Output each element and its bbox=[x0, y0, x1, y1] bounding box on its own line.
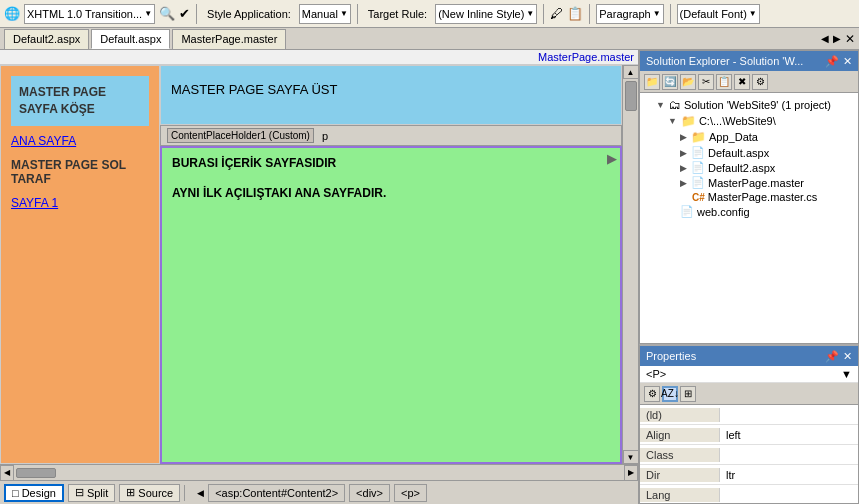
tab-default-label: Default.aspx bbox=[100, 33, 161, 45]
props-close-icon[interactable]: ✕ bbox=[843, 350, 852, 363]
default-expand-icon: ▶ bbox=[680, 148, 687, 158]
target-rule-value: (New Inline Style) bbox=[438, 8, 524, 20]
se-tool-4[interactable]: ✂ bbox=[698, 74, 714, 90]
style-app-chevron: ▼ bbox=[340, 9, 348, 18]
toolbar-icon-2: ✔ bbox=[179, 6, 190, 21]
scroll-left-arrow[interactable]: ◀ bbox=[0, 465, 14, 481]
masterpage-expand-icon: ▶ bbox=[680, 178, 687, 188]
tag-p[interactable]: <p> bbox=[394, 484, 427, 502]
se-item-default[interactable]: ▶ 📄 Default.aspx bbox=[640, 145, 858, 160]
props-tool-3[interactable]: ⊞ bbox=[680, 386, 696, 402]
props-key-lang: Lang bbox=[640, 488, 720, 502]
toolbar-icon-1: 🔍 bbox=[159, 6, 175, 21]
solution-label: Solution 'WebSite9' (1 project) bbox=[684, 99, 831, 111]
se-item-default2[interactable]: ▶ 📄 Default2.aspx bbox=[640, 160, 858, 175]
se-item-appdata[interactable]: ▶ 📁 App_Data bbox=[640, 129, 858, 145]
style-application-dropdown[interactable]: Manual ▼ bbox=[299, 4, 351, 24]
tab-close-icon[interactable]: ✕ bbox=[845, 32, 855, 46]
target-rule-chevron: ▼ bbox=[526, 9, 534, 18]
props-val-dir[interactable]: ltr bbox=[720, 468, 858, 482]
se-item-website[interactable]: ▼ 📁 C:\...\WebSite9\ bbox=[640, 113, 858, 129]
toolbar-sep-1 bbox=[196, 4, 197, 24]
style-application-value: Manual bbox=[302, 8, 338, 20]
tab-scroll-left-icon[interactable]: ◀ bbox=[821, 33, 829, 44]
se-item-masterpage[interactable]: ▶ 📄 MasterPage.master bbox=[640, 175, 858, 190]
se-item-masterpage-cs[interactable]: C# MasterPage.master.cs bbox=[640, 190, 858, 204]
tab-default2-label: Default2.aspx bbox=[13, 33, 80, 45]
design-label: Design bbox=[22, 487, 56, 499]
props-val-class[interactable] bbox=[720, 454, 858, 456]
toolbar-sep-3 bbox=[543, 4, 544, 24]
tag-scroll-left[interactable]: ◀ bbox=[197, 488, 204, 498]
left-panel-content: ANA SAYFA MASTER PAGE SOL TARAF SAYFA 1 bbox=[11, 126, 149, 453]
props-val-lang[interactable] bbox=[720, 494, 858, 496]
props-element-label: <P> bbox=[646, 368, 666, 380]
top-toolbar: 🌐 XHTML 1.0 Transition... ▼ 🔍 ✔ Style Ap… bbox=[0, 0, 859, 28]
tab-masterpage[interactable]: MasterPage.master bbox=[172, 29, 286, 49]
se-header: Solution Explorer - Solution 'W... 📌 ✕ bbox=[640, 51, 858, 71]
split-button[interactable]: ⊟ Split bbox=[68, 484, 115, 502]
placeholder-p: p bbox=[322, 130, 328, 142]
tag-div[interactable]: <div> bbox=[349, 484, 390, 502]
se-item-solution[interactable]: ▼ 🗂 Solution 'WebSite9' (1 project) bbox=[640, 97, 858, 113]
tag-asp-content[interactable]: <asp:Content#Content2> bbox=[208, 484, 345, 502]
horiz-scrollbar[interactable]: ◀ ▶ bbox=[0, 464, 638, 480]
scroll-up-arrow[interactable]: ▲ bbox=[623, 65, 639, 79]
props-key-dir: Dir bbox=[640, 468, 720, 482]
placeholder-label: ContentPlaceHolder1 (Custom) bbox=[167, 128, 314, 143]
toolbar-icon-3: 🖊 bbox=[550, 6, 563, 21]
props-val-align[interactable]: left bbox=[720, 428, 858, 442]
scroll-right-arrow[interactable]: ▶ bbox=[624, 465, 638, 481]
props-tool-1[interactable]: ⚙ bbox=[644, 386, 660, 402]
masterpage-ref[interactable]: MasterPage.master bbox=[0, 50, 638, 65]
default2-label: Default2.aspx bbox=[708, 162, 775, 174]
schema-label: XHTML 1.0 Transition... bbox=[27, 8, 142, 20]
props-pin-icon[interactable]: 📌 bbox=[825, 350, 839, 363]
se-tool-7[interactable]: ⚙ bbox=[752, 74, 768, 90]
design-button[interactable]: □ Design bbox=[4, 484, 64, 502]
default-label: Default.aspx bbox=[708, 147, 769, 159]
se-item-webconfig[interactable]: 📄 web.config bbox=[640, 204, 858, 219]
bottom-tags: ◀ <asp:Content#Content2> <div> <p> bbox=[197, 484, 427, 502]
tab-bar-end: ◀ ▶ ✕ bbox=[821, 32, 859, 46]
tab-scroll-right-icon[interactable]: ▶ bbox=[833, 33, 841, 44]
paragraph-label: Paragraph bbox=[599, 8, 650, 20]
paragraph-chevron: ▼ bbox=[653, 9, 661, 18]
split-icon: ⊟ bbox=[75, 486, 84, 499]
content-area[interactable]: ▶ BURASI İÇERİK SAYFASIDIR AYNI İLK AÇIL… bbox=[160, 146, 622, 464]
se-tool-5[interactable]: 📋 bbox=[716, 74, 732, 90]
solution-expand-icon: ▼ bbox=[656, 100, 665, 110]
webconfig-label: web.config bbox=[697, 206, 750, 218]
scroll-down-arrow[interactable]: ▼ bbox=[623, 450, 639, 464]
props-tool-2[interactable]: AZ↓ bbox=[662, 386, 678, 402]
appdata-expand-icon: ▶ bbox=[680, 132, 687, 142]
props-header: Properties 📌 ✕ bbox=[640, 346, 858, 366]
props-val-id[interactable] bbox=[720, 414, 858, 416]
se-tool-6[interactable]: ✖ bbox=[734, 74, 750, 90]
masterpage-ref-link[interactable]: MasterPage.master bbox=[538, 51, 634, 63]
se-close-icon[interactable]: ✕ bbox=[843, 55, 852, 68]
scroll-thumb[interactable] bbox=[625, 81, 637, 111]
target-rule-dropdown[interactable]: (New Inline Style) ▼ bbox=[435, 4, 537, 24]
horiz-scroll-thumb[interactable] bbox=[16, 468, 56, 478]
tab-default2[interactable]: Default2.aspx bbox=[4, 29, 89, 49]
props-header-actions: 📌 ✕ bbox=[825, 350, 852, 363]
paragraph-dropdown[interactable]: Paragraph ▼ bbox=[596, 4, 663, 24]
left-panel-top-text: MASTER PAGE SAYFA KÖŞE bbox=[19, 85, 106, 116]
source-button[interactable]: ⊞ Source bbox=[119, 484, 180, 502]
content-expand-icon: ▶ bbox=[607, 152, 616, 166]
se-tool-3[interactable]: 📂 bbox=[680, 74, 696, 90]
se-tool-2[interactable]: 🔄 bbox=[662, 74, 678, 90]
se-pin-icon[interactable]: 📌 bbox=[825, 55, 839, 68]
font-dropdown[interactable]: (Default Font) ▼ bbox=[677, 4, 760, 24]
se-tool-1[interactable]: 📁 bbox=[644, 74, 660, 90]
ana-sayfa-link[interactable]: ANA SAYFA bbox=[11, 134, 149, 148]
sayfa1-link[interactable]: SAYFA 1 bbox=[11, 196, 149, 210]
canvas-scrollbar-y[interactable]: ▲ ▼ bbox=[622, 65, 638, 464]
website-label: C:\...\WebSite9\ bbox=[699, 115, 776, 127]
props-row-align: Align left bbox=[640, 425, 858, 445]
tab-default[interactable]: Default.aspx bbox=[91, 29, 170, 49]
schema-dropdown[interactable]: XHTML 1.0 Transition... ▼ bbox=[24, 4, 155, 24]
se-title: Solution Explorer - Solution 'W... bbox=[646, 55, 803, 67]
props-element-row: <P> ▼ bbox=[640, 366, 858, 383]
